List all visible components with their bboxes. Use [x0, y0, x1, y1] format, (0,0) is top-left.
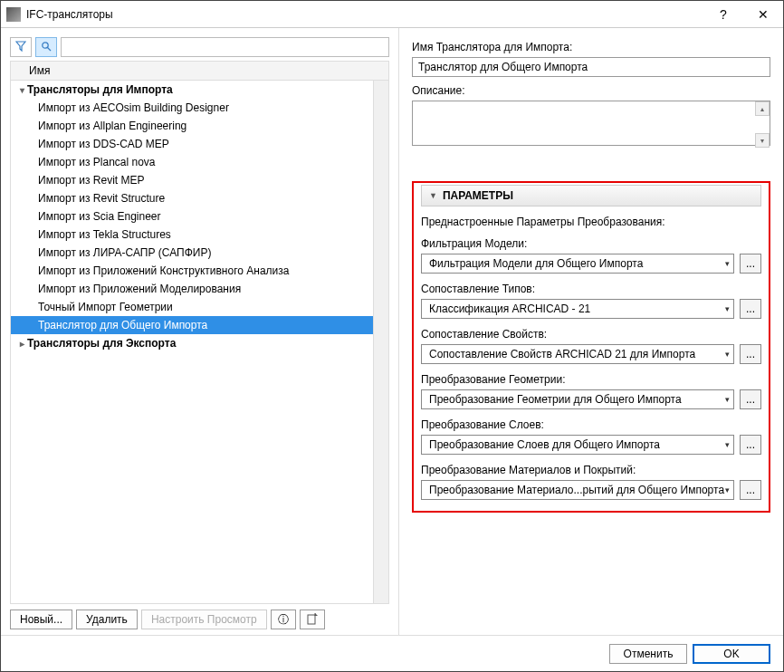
transfer-icon [306, 612, 319, 628]
tree-item[interactable]: Импорт из Scia Engineer [11, 207, 388, 226]
param-label: Преобразование Геометрии: [421, 373, 761, 386]
cancel-button[interactable]: Отменить [609, 644, 687, 664]
dropdown-value: Классификация ARCHICAD - 21 [429, 302, 590, 315]
left-toolbar [10, 37, 389, 57]
tree-item[interactable]: Импорт из Приложений Моделирования [11, 280, 388, 298]
left-bottom-toolbar: Новый... Удалить Настроить Просмотр ⓘ [10, 604, 389, 629]
parameters-header[interactable]: ▼ ПАРАМЕТРЫ [421, 185, 761, 206]
model-filter-dropdown[interactable]: Фильтрация Модели для Общего Импорта ▾ [421, 254, 734, 274]
param-group: Преобразование Материалов и Покрытий: Пр… [421, 464, 761, 500]
delete-button[interactable]: Удалить [76, 610, 138, 629]
app-icon [6, 7, 21, 22]
tree-item[interactable]: Импорт из Tekla Structures [11, 226, 388, 244]
translator-name-label: Имя Транслятора для Импорта: [412, 41, 770, 53]
tree-item-selected[interactable]: Транслятор для Общего Импорта [11, 316, 388, 334]
right-panel: Имя Транслятора для Импорта: Описание: ▴… [399, 28, 783, 635]
layer-conversion-dropdown[interactable]: Преобразование Слоев для Общего Импорта … [421, 435, 734, 455]
filter-icon [15, 41, 26, 54]
filter-button[interactable] [10, 37, 32, 57]
window-title: IFC-трансляторы [26, 8, 703, 21]
material-conversion-dropdown[interactable]: Преобразование Материало...рытий для Общ… [421, 480, 734, 500]
chevron-down-icon: ▾ [725, 259, 730, 268]
svg-rect-2 [308, 615, 315, 624]
material-conversion-options-button[interactable]: ... [740, 480, 761, 500]
svg-point-0 [43, 42, 48, 47]
dropdown-value: Преобразование Геометрии для Общего Импо… [429, 393, 682, 406]
parameters-section: ▼ ПАРАМЕТРЫ Преднастроенные Параметры Пр… [412, 181, 770, 513]
svg-line-1 [48, 47, 52, 51]
titlebar: IFC-трансляторы ? ✕ [1, 1, 783, 28]
chevron-down-icon: ▾ [725, 485, 730, 494]
tree-item[interactable]: Импорт из Revit Structure [11, 189, 388, 207]
description-wrap: ▴ ▾ [412, 101, 770, 149]
dialog-window: IFC-трансляторы ? ✕ Имя [0, 0, 784, 672]
param-label: Сопоставление Типов: [421, 283, 761, 295]
tree-item[interactable]: Импорт из Приложений Конструктивного Ана… [11, 262, 388, 280]
info-button[interactable]: ⓘ [271, 610, 296, 629]
type-mapping-dropdown[interactable]: Классификация ARCHICAD - 21 ▾ [421, 299, 734, 319]
search-input[interactable] [61, 37, 389, 57]
chevron-right-icon: ▸ [16, 339, 27, 349]
tree-item[interactable]: Импорт из Revit MEP [11, 171, 388, 189]
help-button[interactable]: ? [703, 1, 743, 28]
param-group: Сопоставление Свойств: Сопоставление Сво… [421, 328, 761, 364]
dialog-body: Имя ▾ Трансляторы для Импорта + Импорт и… [1, 28, 783, 635]
tree-item[interactable]: Импорт из Allplan Engineering [11, 117, 388, 135]
tree-item[interactable]: Импорт из ЛИРА-САПР (САПФИР) [11, 244, 388, 262]
tree-group-label: Трансляторы для Импорта [27, 83, 173, 96]
property-mapping-dropdown[interactable]: Сопоставление Свойств ARCHICAD 21 для Им… [421, 344, 734, 364]
configure-view-button: Настроить Просмотр [141, 610, 267, 629]
tree-group-label: Трансляторы для Экспорта [27, 337, 176, 350]
left-panel: Имя ▾ Трансляторы для Импорта + Импорт и… [1, 28, 399, 635]
param-group: Сопоставление Типов: Классификация ARCHI… [421, 283, 761, 319]
property-mapping-options-button[interactable]: ... [740, 344, 761, 364]
chevron-down-icon: ▾ [725, 395, 730, 404]
chevron-down-icon: ▾ [725, 304, 730, 313]
param-label: Сопоставление Свойств: [421, 328, 761, 341]
preset-label: Преднастроенные Параметры Преобразования… [421, 216, 761, 228]
tree-header-name: Имя [10, 61, 389, 80]
dropdown-value: Сопоставление Свойств ARCHICAD 21 для Им… [429, 348, 695, 360]
collapse-icon: ▼ [429, 191, 437, 200]
param-group: Преобразование Слоев: Преобразование Сло… [421, 418, 761, 455]
param-group: Фильтрация Модели: Фильтрация Модели для… [421, 237, 761, 274]
model-filter-options-button[interactable]: ... [740, 254, 761, 274]
textarea-scrollbar[interactable]: ▴ ▾ [755, 101, 770, 148]
chevron-down-icon: ▾ [16, 85, 27, 95]
info-icon: ⓘ [278, 612, 289, 628]
tree-scrollbar[interactable] [373, 81, 388, 603]
search-icon [41, 41, 52, 54]
dialog-footer: Отменить OK [1, 635, 783, 671]
description-label: Описание: [412, 84, 770, 97]
tree-item[interactable]: Точный Импорт Геометрии [11, 298, 388, 316]
import-export-button[interactable] [300, 610, 325, 629]
tree-item[interactable]: Импорт из AECOsim Building Designer [11, 99, 388, 117]
new-button[interactable]: Новый... [10, 610, 72, 629]
close-button[interactable]: ✕ [743, 1, 783, 28]
param-label: Фильтрация Модели: [421, 237, 761, 250]
param-group: Преобразование Геометрии: Преобразование… [421, 373, 761, 409]
chevron-down-icon: ▾ [725, 440, 730, 449]
tree-item[interactable]: Импорт из Plancal nova [11, 153, 388, 171]
tree-item[interactable]: Импорт из DDS-CAD MEP [11, 135, 388, 153]
type-mapping-options-button[interactable]: ... [740, 299, 761, 319]
dropdown-value: Преобразование Слоев для Общего Импорта [429, 438, 660, 451]
geometry-conversion-options-button[interactable]: ... [740, 389, 761, 409]
layer-conversion-options-button[interactable]: ... [740, 435, 761, 455]
translator-tree[interactable]: ▾ Трансляторы для Импорта + Импорт из AE… [10, 80, 389, 604]
param-label: Преобразование Материалов и Покрытий: [421, 464, 761, 476]
tree-group-export[interactable]: ▸ Трансляторы для Экспорта + [11, 334, 388, 352]
param-label: Преобразование Слоев: [421, 418, 761, 431]
description-textarea[interactable] [412, 101, 770, 146]
scroll-down-icon[interactable]: ▾ [755, 133, 770, 148]
geometry-conversion-dropdown[interactable]: Преобразование Геометрии для Общего Импо… [421, 389, 734, 409]
dropdown-value: Преобразование Материало...рытий для Общ… [429, 484, 724, 496]
chevron-down-icon: ▾ [725, 350, 730, 359]
search-toggle-button[interactable] [35, 37, 57, 57]
ok-button[interactable]: OK [693, 644, 770, 664]
parameters-title: ПАРАМЕТРЫ [443, 189, 513, 202]
dropdown-value: Фильтрация Модели для Общего Импорта [429, 257, 643, 270]
scroll-up-icon[interactable]: ▴ [755, 101, 770, 116]
tree-group-import[interactable]: ▾ Трансляторы для Импорта + [11, 81, 388, 99]
translator-name-input[interactable] [412, 57, 770, 77]
